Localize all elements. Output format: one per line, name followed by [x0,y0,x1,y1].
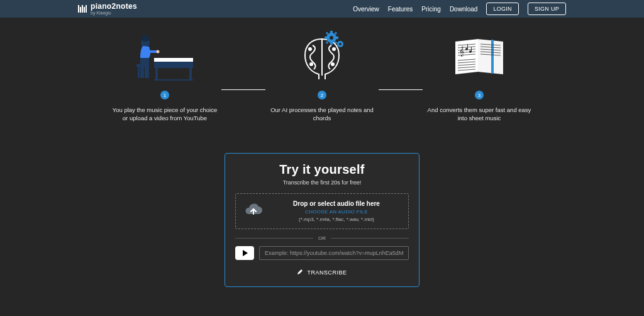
svg-rect-21 [330,31,333,33]
svg-point-20 [330,36,333,40]
ai-brain-illustration [265,29,379,86]
step-1: 1 You play the music piece of your choic… [108,29,221,123]
step-number-3: 3 [475,91,484,99]
svg-rect-51 [471,47,472,52]
svg-rect-7 [154,79,193,81]
svg-rect-49 [467,44,468,49]
brand-subtitle: by Klangio [91,11,137,15]
youtube-url-input[interactable] [259,246,409,260]
drop-title: Drop or select audio file here [293,200,380,207]
step-number-2: 2 [318,91,326,99]
svg-rect-5 [155,68,158,81]
nav-download[interactable]: Download [450,6,477,13]
upload-cloud-icon [243,203,264,220]
svg-point-17 [310,63,313,65]
step-2: 2 Our AI processes the played notes and … [265,29,379,123]
svg-point-18 [331,63,334,65]
step-text-3: And converts them super fast and easy in… [423,106,536,123]
connector-1 [221,89,265,90]
pianist-illustration [108,29,221,86]
youtube-row [235,246,409,260]
svg-rect-4 [154,62,193,68]
transcribe-button[interactable]: TRANSCRIBE [235,269,409,276]
youtube-icon [235,246,254,260]
svg-rect-22 [330,42,333,45]
svg-rect-11 [140,58,149,65]
svg-point-30 [339,43,341,45]
step-text-2: Our AI processes the played notes and ch… [265,106,379,123]
svg-rect-12 [140,65,144,78]
svg-rect-24 [336,37,338,39]
nav: Overview Features Pricing Download LOGIN… [353,3,566,15]
steps-section: 1 You play the music piece of your choic… [0,29,644,123]
pencil-icon [297,269,303,276]
or-label: OR [318,235,326,241]
svg-rect-3 [154,58,193,62]
svg-point-15 [309,48,311,50]
try-box: Try it yourself Transcribe the first 20s… [225,153,419,287]
svg-text:𝄞: 𝄞 [459,46,464,57]
header-inner: piano2notes by Klangio Overview Features… [78,3,566,15]
dropzone[interactable]: Drop or select audio file here CHOOSE AN… [235,193,409,229]
supported-formats: (*.mp3, *.m4a, *.flac, *.wav, *.mid) [299,217,374,222]
try-title: Try it yourself [235,162,409,177]
svg-point-16 [333,48,335,50]
try-section: Try it yourself Transcribe the first 20s… [0,153,644,287]
svg-rect-26 [335,32,337,35]
try-subtitle: Transcribe the first 20s for free! [235,179,409,186]
brand[interactable]: piano2notes by Klangio [78,3,137,15]
nav-features[interactable]: Features [388,6,413,13]
svg-rect-25 [326,32,328,35]
step-text-1: You play the music piece of your choice … [108,106,221,123]
nav-overview[interactable]: Overview [353,6,379,13]
step-number-1: 1 [160,91,169,99]
transcribe-label: TRANSCRIBE [307,269,347,276]
header: piano2notes by Klangio Overview Features… [0,0,644,18]
login-button[interactable]: LOGIN [486,3,519,15]
choose-file-link[interactable]: CHOOSE AN AUDIO FILE [305,209,368,215]
svg-rect-1 [138,67,140,78]
sheet-music-illustration: 𝄞 [423,29,536,86]
svg-rect-13 [145,65,149,78]
connector-2 [379,89,423,90]
or-divider: OR [235,235,409,241]
step-3: 𝄞 3 And converts them super fast and eas… [423,29,536,123]
svg-rect-23 [325,37,327,39]
svg-point-10 [157,50,160,54]
svg-rect-6 [189,68,192,81]
signup-button[interactable]: SIGN UP [528,3,566,15]
brand-title: piano2notes [91,3,137,10]
piano-keys-icon [78,5,87,13]
svg-rect-27 [326,42,328,44]
nav-pricing[interactable]: Pricing [421,6,441,13]
